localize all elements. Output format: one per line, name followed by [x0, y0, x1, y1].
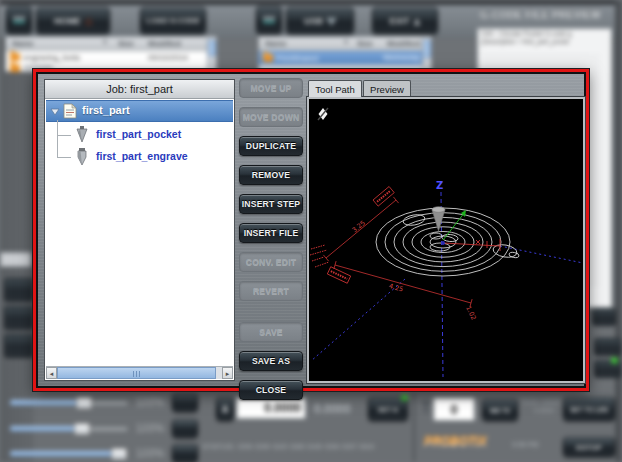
estop-label: ESTOP: [576, 443, 601, 452]
sort-desc-icon: ▼: [102, 39, 108, 45]
override-reset-button[interactable]: [172, 444, 198, 462]
slider-track[interactable]: [10, 400, 128, 405]
document-icon: [63, 103, 77, 119]
side-button-stub[interactable]: [594, 338, 622, 356]
estop-button[interactable]: ESTOP: [563, 437, 615, 457]
tree-item-engrave[interactable]: first_part_engrave: [46, 146, 233, 166]
clock: 9:59 PM: [512, 441, 538, 448]
insert-step-button[interactable]: INSERT STEP: [239, 194, 303, 214]
a-axis-icon[interactable]: A: [216, 397, 234, 421]
toolpath-viewport[interactable]: Z: [307, 97, 585, 383]
app-screen: HOME ⌂ LOAD G-CODE USB Ψ EXIT ▲ G-CODE F…: [0, 0, 622, 462]
slider-handle[interactable]: [76, 397, 92, 409]
slider-fill: [10, 426, 80, 431]
menu-icon: [263, 17, 275, 19]
column-name[interactable]: Name: [265, 39, 287, 48]
menu-accent-icon: [263, 21, 275, 23]
file-row-selected[interactable]: PrintShared Wednesday: [259, 51, 431, 65]
save-button: SAVE: [239, 322, 303, 342]
set-a-label: SET A: [378, 406, 398, 413]
sidebar-button-stub[interactable]: [4, 334, 34, 358]
tool-length-label: TOOL LENGTH: [521, 399, 567, 407]
set-tool-length-button[interactable]: SET TO LEN: [563, 397, 615, 421]
file-browser-right[interactable]: Name ▼ Size Modified PrintShared Wednesd…: [258, 36, 432, 72]
file-name: PrintShared: [276, 54, 318, 63]
sort-desc-icon: ▼: [343, 39, 349, 45]
revert-button: REVERT: [239, 281, 303, 301]
scroll-thumb[interactable]: [423, 40, 431, 58]
remove-button[interactable]: REMOVE: [239, 165, 303, 185]
file-name: engraving_fonts: [23, 53, 80, 62]
vertical-scrollbar[interactable]: [207, 38, 216, 70]
load-gcode-button[interactable]: LOAD G-CODE: [140, 7, 206, 34]
close-button[interactable]: CLOSE: [239, 380, 303, 400]
home-button[interactable]: HOME ⌂: [36, 7, 110, 34]
file-modified: 09/10/2014: [148, 53, 188, 62]
menu-mini-button-2[interactable]: [256, 6, 282, 34]
load-gcode-label: LOAD G-CODE: [146, 16, 199, 25]
home-icon: ⌂: [85, 14, 92, 28]
home-button-label: HOME: [54, 16, 81, 26]
folder-icon: [263, 54, 273, 62]
scroll-left-arrow[interactable]: ◂: [46, 367, 57, 379]
file-browser-left[interactable]: Name ▼ Size Modified engraving_fonts 09/…: [5, 36, 217, 72]
slider-track[interactable]: [10, 426, 128, 431]
column-modified[interactable]: Modified: [387, 39, 420, 48]
tree-item-pocket[interactable]: first_part_pocket: [46, 124, 233, 144]
tab-preview[interactable]: Preview: [363, 80, 411, 97]
side-button-stub[interactable]: [594, 360, 622, 378]
top-edge: [0, 0, 622, 5]
exit-button-label: EXIT: [390, 16, 410, 26]
slider-handle[interactable]: [111, 448, 127, 460]
z-axis-label: Z: [436, 180, 443, 191]
override-value: 100%: [136, 421, 164, 433]
column-modified[interactable]: Modified: [148, 39, 181, 48]
disclosure-triangle-icon[interactable]: [50, 108, 60, 116]
set-a-button[interactable]: SET A: [368, 397, 408, 421]
tool-load-button[interactable]: M6 T0: [482, 399, 518, 421]
side-button-stub[interactable]: [592, 308, 616, 326]
override-reset-button[interactable]: [172, 393, 198, 412]
horizontal-scrollbar[interactable]: ◂ ▸: [46, 366, 233, 379]
dimension-label-height: 1.02: [464, 305, 477, 322]
column-name[interactable]: Name: [12, 39, 34, 48]
column-size[interactable]: Size: [357, 39, 373, 48]
column-size[interactable]: Size: [118, 39, 134, 48]
x-axis-extension: [500, 246, 583, 263]
exit-button[interactable]: EXIT ▲: [372, 7, 438, 34]
tool-load-label: M6 T0: [490, 407, 510, 414]
usb-button[interactable]: USB Ψ: [286, 7, 354, 34]
scroll-right-arrow[interactable]: ▸: [222, 367, 233, 379]
menu-mini-button[interactable]: [6, 6, 32, 34]
gcode-line: (Description = first_part_pocke: [478, 37, 611, 45]
file-browser-right-header[interactable]: Name ▼ Size Modified: [259, 37, 431, 51]
slider-handle[interactable]: [74, 423, 90, 435]
sidebar-button-stub[interactable]: [4, 278, 34, 302]
a-axis-led: [402, 395, 407, 400]
job-actions: MOVE UP MOVE DOWN DUPLICATE REMOVE INSER…: [239, 78, 303, 400]
slider-track[interactable]: [10, 451, 128, 456]
scroll-thumb[interactable]: [57, 367, 216, 379]
insert-file-button[interactable]: INSERT FILE: [239, 223, 303, 243]
sidebar-button-stub[interactable]: [4, 306, 34, 330]
tool-length-block: TOOL LENGTH 0.0000: [521, 399, 567, 416]
duplicate-button[interactable]: DUPLICATE: [239, 136, 303, 156]
a-axis-input[interactable]: 0.0000: [236, 397, 306, 419]
save-as-button[interactable]: SAVE AS: [239, 351, 303, 371]
origin-point: [441, 241, 445, 245]
bottom-divider: [413, 393, 415, 462]
tree-item-root[interactable]: first_part: [46, 100, 233, 122]
file-modified: Wednesday: [383, 54, 420, 61]
menu-icon: [13, 17, 25, 19]
file-browser-left-header[interactable]: Name ▼ Size Modified: [6, 37, 216, 51]
status-led: [612, 358, 617, 363]
vertical-scrollbar[interactable]: [422, 38, 431, 70]
tool-number-input[interactable]: 0: [433, 397, 475, 421]
override-reset-button[interactable]: [172, 419, 198, 438]
file-row[interactable]: engraving_fonts 09/10/2014: [6, 51, 216, 63]
tab-tool-path[interactable]: Tool Path: [308, 80, 362, 97]
toolpath-canvas: Z: [309, 99, 583, 381]
job-dialog: Job: first_part first_part: [33, 69, 589, 391]
scroll-thumb[interactable]: [208, 40, 216, 56]
usb-button-label: USB: [304, 16, 323, 26]
